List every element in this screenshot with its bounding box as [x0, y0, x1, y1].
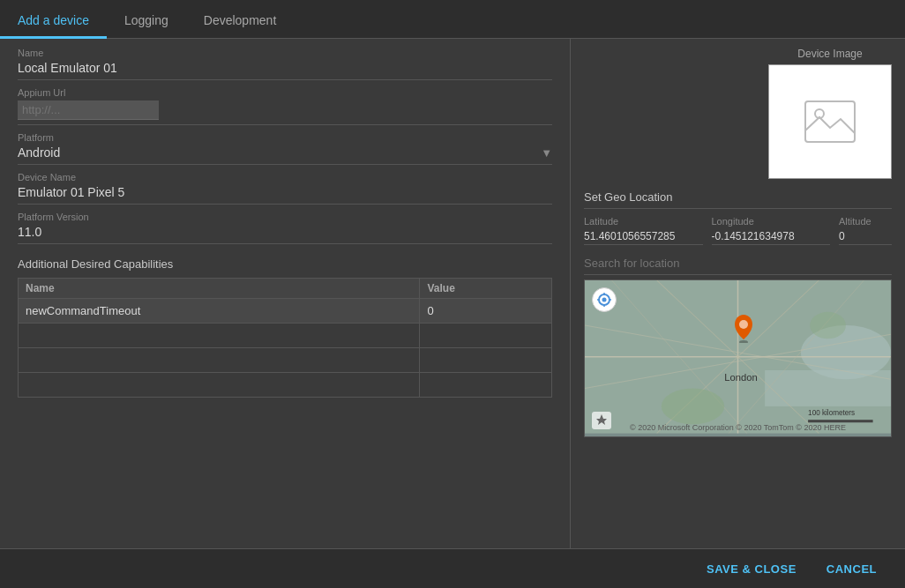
left-panel: Name Local Emulator 01 Appium Url Platfo… — [0, 39, 570, 548]
col-value-header: Value — [420, 279, 552, 299]
appium-url-input[interactable] — [18, 100, 159, 120]
cap-value-cell: 0 — [420, 299, 552, 324]
device-name-field-group: Device Name Emulator 01 Pixel 5 — [18, 172, 552, 205]
name-field-group: Name Local Emulator 01 — [18, 48, 552, 80]
device-name-label: Device Name — [18, 172, 552, 182]
geo-section: Set Geo Location Latitude Longitude Alti… — [584, 190, 892, 437]
svg-rect-0 — [805, 101, 855, 142]
geo-fields: Latitude Longitude Altitude — [584, 216, 892, 245]
svg-text:100 kilometers: 100 kilometers — [808, 409, 855, 417]
name-label: Name — [18, 48, 552, 58]
latitude-label: Latitude — [584, 216, 703, 227]
device-name-value: Emulator 01 Pixel 5 — [18, 185, 552, 205]
device-image-label: Device Image — [768, 48, 892, 60]
cap-name-cell: newCommandTimeout — [19, 299, 420, 324]
platform-field-group: Platform Android iOS ▼ — [18, 132, 552, 165]
cap-name-cell-empty1 — [19, 324, 420, 348]
map-locate-button[interactable] — [592, 287, 617, 312]
cap-name-cell-empty3 — [19, 373, 420, 398]
altitude-field: Altitude — [839, 216, 892, 245]
map-pin — [733, 315, 754, 346]
search-location-input[interactable] — [584, 252, 892, 275]
platform-label: Platform — [18, 132, 552, 143]
platform-version-value: 11.0 — [18, 225, 552, 244]
tab-logging[interactable]: Logging — [107, 4, 186, 39]
platform-version-label: Platform Version — [18, 212, 552, 222]
capabilities-table: Name Value newCommandTimeout 0 — [18, 278, 552, 398]
right-panel: Device Image Set Geo Location Latitude — [570, 39, 905, 548]
platform-select[interactable]: Android iOS — [18, 145, 537, 160]
appium-url-field-group: Appium Url — [18, 87, 552, 125]
altitude-input[interactable] — [839, 228, 892, 245]
tab-add-device[interactable]: Add a device — [0, 4, 107, 39]
save-close-button[interactable]: SAVE & CLOSE — [696, 555, 807, 583]
name-value: Local Emulator 01 — [18, 61, 552, 80]
footer: SAVE & CLOSE CANCEL — [0, 548, 905, 588]
geo-title: Set Geo Location — [584, 190, 892, 209]
svg-point-20 — [739, 320, 748, 329]
table-row — [19, 348, 552, 373]
locate-icon — [597, 293, 611, 307]
latitude-field: Latitude — [584, 216, 703, 245]
device-image-box — [768, 64, 892, 179]
cap-value-cell-empty2 — [420, 348, 552, 373]
cap-value-cell-empty3 — [420, 373, 552, 398]
svg-point-15 — [810, 312, 846, 339]
svg-text:London: London — [724, 372, 757, 383]
map-svg: London 100 kilometers — [585, 280, 891, 434]
image-placeholder-icon — [804, 100, 856, 144]
altitude-label: Altitude — [839, 216, 892, 227]
device-image-section: Device Image — [768, 48, 892, 179]
table-row — [19, 373, 552, 398]
main-content: Name Local Emulator 01 Appium Url Platfo… — [0, 39, 905, 548]
longitude-field: Longitude — [712, 216, 831, 245]
platform-version-field-group: Platform Version 11.0 — [18, 212, 552, 244]
latitude-input[interactable] — [584, 228, 703, 245]
svg-point-19 — [739, 340, 748, 343]
cap-name-cell-empty2 — [19, 348, 420, 373]
svg-point-14 — [662, 388, 724, 424]
capabilities-title: Additional Desired Capabilities — [18, 257, 552, 271]
svg-point-22 — [602, 298, 607, 302]
tab-development[interactable]: Development — [186, 4, 295, 39]
table-row — [19, 324, 552, 348]
table-row: newCommandTimeout 0 — [19, 299, 552, 324]
cap-value-cell-empty1 — [420, 324, 552, 348]
longitude-input[interactable] — [712, 228, 831, 245]
col-name-header: Name — [19, 279, 420, 299]
map-container: London 100 kilometers — [584, 279, 892, 437]
capabilities-section: Additional Desired Capabilities Name Val… — [18, 257, 552, 398]
appium-url-label: Appium Url — [18, 87, 552, 98]
map-copyright: © 2020 Microsoft Corporation © 2020 TomT… — [585, 423, 891, 432]
select-arrow-icon: ▼ — [541, 146, 552, 160]
tab-bar: Add a device Logging Development — [0, 0, 905, 39]
longitude-label: Longitude — [712, 216, 831, 227]
cancel-button[interactable]: CANCEL — [816, 555, 887, 583]
